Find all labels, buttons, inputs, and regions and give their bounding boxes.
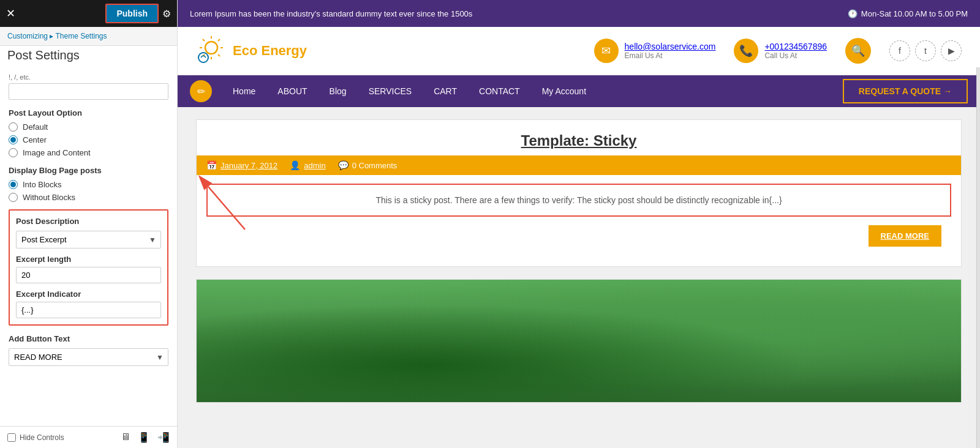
post-card-2 bbox=[196, 279, 962, 403]
layout-image-content[interactable]: Image and Content bbox=[9, 148, 168, 157]
nav-links: Home ABOUT Blog SERVICES CART CONTACT My… bbox=[222, 78, 843, 105]
desktop-icon[interactable]: 🖥 bbox=[121, 431, 130, 443]
post-date: 📅 January 7, 2012 bbox=[206, 160, 277, 170]
publish-area: Publish ⚙ bbox=[105, 4, 171, 23]
site-header: Eco Energy ✉ hello@solarservice.com Emai… bbox=[178, 27, 980, 75]
hide-controls-toggle[interactable]: Hide Controls bbox=[7, 433, 64, 442]
comment-icon: 💬 bbox=[338, 160, 349, 170]
svg-point-0 bbox=[205, 42, 217, 54]
layout-center[interactable]: Center bbox=[9, 135, 168, 144]
youtube-icon[interactable]: ▶ bbox=[941, 40, 962, 61]
blog-options-group: Into Blocks Without Blocks bbox=[9, 180, 168, 202]
email-icon: ✉ bbox=[594, 39, 619, 63]
nav-cart[interactable]: CART bbox=[423, 78, 468, 105]
add-button-select[interactable]: READ MORE bbox=[9, 348, 168, 366]
phone-sub: Call Us At bbox=[764, 51, 827, 60]
bottom-bar: Hide Controls 🖥 📱 📲 bbox=[0, 426, 177, 448]
post-excerpt-text: This is a sticky post. There are a few t… bbox=[216, 193, 941, 207]
excerpt-length-label: Excerpt length bbox=[16, 255, 161, 264]
post-author-link[interactable]: admin bbox=[304, 161, 325, 170]
post-comments-text: 0 Comments bbox=[352, 161, 398, 170]
post-featured-image bbox=[197, 280, 961, 402]
nav-myaccount[interactable]: My Account bbox=[531, 78, 597, 105]
post-layout-label: Post Layout Option bbox=[9, 108, 168, 118]
request-quote-button[interactable]: REQUEST A QUOTE → bbox=[843, 79, 968, 103]
post-description-title: Post Description bbox=[16, 217, 161, 226]
nav-contact[interactable]: CONTACT bbox=[468, 78, 531, 105]
post-description-select-wrapper: Post Excerpt Full Content ▼ bbox=[16, 231, 161, 248]
search-button[interactable]: 🔍 bbox=[845, 38, 871, 64]
blog-into-blocks[interactable]: Into Blocks bbox=[9, 180, 168, 189]
phone-icon: 📞 bbox=[734, 39, 758, 63]
top-bar: ✕ Publish ⚙ bbox=[0, 0, 177, 27]
calendar-icon: 📅 bbox=[206, 160, 217, 170]
prefix-label: !, /, etc. bbox=[9, 73, 168, 81]
post-author: 👤 admin bbox=[290, 160, 325, 170]
email-contact: ✉ hello@solarservice.com Email Us At bbox=[594, 39, 716, 63]
site-nav: ✏ Home ABOUT Blog SERVICES CART CONTACT … bbox=[178, 75, 980, 107]
email-sub: Email Us At bbox=[625, 51, 716, 60]
add-button-label: Add Button Text bbox=[9, 334, 168, 343]
panel-content: !, /, etc. Post Layout Option Default Ce… bbox=[0, 67, 177, 426]
post-card-1: Template: Sticky 📅 January 7, 2012 👤 adm… bbox=[196, 119, 962, 267]
display-blog-label: Display Blog Page posts bbox=[9, 166, 168, 175]
svg-line-6 bbox=[218, 54, 220, 56]
logo-text: Eco Energy bbox=[233, 43, 307, 59]
post-meta: 📅 January 7, 2012 👤 admin 💬 0 Comments bbox=[197, 155, 961, 175]
breadcrumb: Customizing ▸ Theme Settings bbox=[0, 27, 177, 46]
svg-line-5 bbox=[203, 39, 205, 41]
post-description-select[interactable]: Post Excerpt Full Content bbox=[16, 231, 161, 248]
post-image-inner bbox=[197, 280, 961, 402]
phone-contact: 📞 +001234567896 Call Us At bbox=[734, 39, 827, 63]
phone-link[interactable]: +001234567896 bbox=[764, 42, 827, 51]
user-icon: 👤 bbox=[290, 160, 300, 170]
hide-controls-label: Hide Controls bbox=[20, 433, 64, 442]
banner-time-text: Mon-Sat 10.00 AM to 5.00 PM bbox=[861, 9, 968, 18]
post-title[interactable]: Template: Sticky bbox=[197, 120, 961, 155]
breadcrumb-section: Theme Settings bbox=[56, 32, 107, 40]
customizer-panel: ✕ Publish ⚙ Customizing ▸ Theme Settings… bbox=[0, 0, 178, 448]
gear-icon[interactable]: ⚙ bbox=[162, 8, 171, 20]
email-link[interactable]: hello@solarservice.com bbox=[625, 42, 716, 51]
banner-time: 🕐 Mon-Sat 10.00 AM to 5.00 PM bbox=[848, 9, 968, 18]
site-preview: Lorem Ipsum has been the industry's stan… bbox=[178, 0, 980, 448]
contact-area: ✉ hello@solarservice.com Email Us At 📞 +… bbox=[594, 38, 962, 64]
social-icons: f t ▶ bbox=[889, 40, 962, 61]
nav-services[interactable]: SERVICES bbox=[358, 78, 423, 105]
post-excerpt-box: This is a sticky post. There are a few t… bbox=[206, 184, 951, 217]
banner-text: Lorem Ipsum has been the industry's stan… bbox=[190, 9, 472, 18]
breadcrumb-customizing[interactable]: Customizing bbox=[7, 32, 48, 40]
post-comments: 💬 0 Comments bbox=[338, 160, 398, 170]
svg-point-9 bbox=[198, 53, 208, 62]
excerpt-indicator-input[interactable] bbox=[16, 302, 161, 318]
twitter-icon[interactable]: t bbox=[915, 40, 936, 61]
post-date-link[interactable]: January 7, 2012 bbox=[221, 161, 277, 170]
layout-options-group: Default Center Image and Content bbox=[9, 122, 168, 157]
nav-blog[interactable]: Blog bbox=[318, 78, 358, 105]
logo-icon bbox=[196, 35, 227, 66]
top-banner: Lorem Ipsum has been the industry's stan… bbox=[178, 0, 980, 27]
content-area: Template: Sticky 📅 January 7, 2012 👤 adm… bbox=[178, 107, 980, 448]
publish-button[interactable]: Publish bbox=[105, 4, 159, 23]
tablet-icon[interactable]: 📱 bbox=[138, 431, 150, 443]
logo-area: Eco Energy bbox=[196, 35, 307, 66]
post-description-section: Post Description Post Excerpt Full Conte… bbox=[9, 209, 168, 326]
nav-about[interactable]: ABOUT bbox=[266, 78, 318, 105]
blog-without-blocks[interactable]: Without Blocks bbox=[9, 193, 168, 202]
nav-home[interactable]: Home bbox=[222, 78, 266, 105]
nav-pencil-icon: ✏ bbox=[190, 80, 212, 102]
excerpt-indicator-label: Excerpt Indicator bbox=[16, 289, 161, 299]
breadcrumb-arrow: ▸ bbox=[50, 32, 55, 40]
excerpt-length-input[interactable] bbox=[16, 267, 161, 283]
prefix-input[interactable] bbox=[9, 83, 168, 100]
add-button-select-wrapper: READ MORE ▼ bbox=[9, 348, 168, 366]
clock-icon: 🕐 bbox=[848, 9, 858, 18]
mobile-icon[interactable]: 📲 bbox=[157, 431, 170, 443]
device-icons: 🖥 📱 📲 bbox=[121, 431, 170, 443]
panel-title: Post Settings bbox=[0, 46, 177, 67]
read-more-button[interactable]: READ MORE bbox=[869, 225, 941, 247]
facebook-icon[interactable]: f bbox=[889, 40, 910, 61]
close-button[interactable]: ✕ bbox=[6, 7, 15, 20]
layout-default[interactable]: Default bbox=[9, 122, 168, 132]
svg-line-7 bbox=[218, 39, 220, 41]
